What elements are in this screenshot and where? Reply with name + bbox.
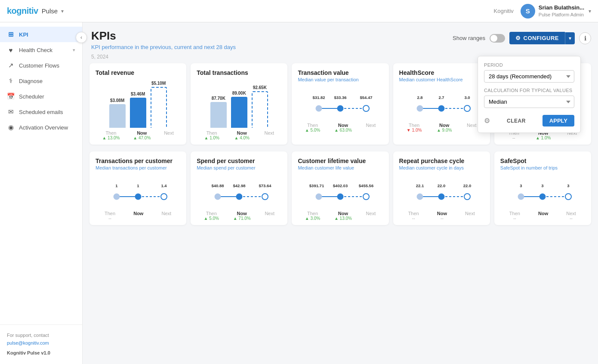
- svg-text:$391.71: $391.71: [309, 183, 324, 188]
- dot-chart-spc: $40.88 $42.98 $73.64: [205, 181, 274, 207]
- logo: kognitiv Pulse ▾: [7, 6, 64, 16]
- sidebar-item-scheduled-emails[interactable]: ✉ Scheduled emails: [0, 104, 82, 120]
- svg-point-47: [464, 194, 470, 200]
- flow-icon: ↗: [7, 62, 15, 69]
- svg-text:3: 3: [567, 183, 570, 188]
- svg-point-37: [316, 194, 322, 200]
- calc-label: Calculation for typical values: [484, 88, 574, 93]
- dot-chart-transaction-value: $31.82 $33.36 $54.47: [306, 93, 375, 119]
- svg-point-31: [262, 194, 268, 200]
- svg-point-14: [438, 105, 444, 111]
- topbar: kognitiv Pulse ▾ Kognitiv S Srian Bulath…: [0, 0, 598, 22]
- card-subtitle: Median spend per customer: [197, 165, 281, 170]
- svg-text:1.4: 1.4: [161, 183, 167, 188]
- svg-point-53: [518, 194, 524, 200]
- svg-point-15: [464, 105, 470, 111]
- support-email[interactable]: pulse@kognitiv.com: [7, 340, 49, 345]
- sidebar-item-health-check[interactable]: ♥ Health Check ▾: [0, 42, 82, 58]
- kognitiv-label: Kognitiv: [494, 8, 514, 14]
- svg-point-55: [565, 194, 571, 200]
- kpi-card-transactions-per-customer: Transactions per customer Median transac…: [89, 151, 186, 225]
- card-subtitle: Median value per transaction: [298, 77, 382, 82]
- svg-text:$31.82: $31.82: [312, 95, 325, 100]
- svg-point-7: [363, 105, 369, 111]
- svg-point-13: [417, 105, 423, 111]
- show-ranges-toggle[interactable]: [490, 34, 505, 43]
- kpi-card-clv: Customer lifetime value Median customer …: [292, 151, 388, 225]
- product-label: Pulse: [42, 7, 58, 15]
- card-subtitle: Median customer HealthScore: [399, 77, 484, 82]
- version-label: Kognitiv Pulse v1.0: [7, 349, 75, 357]
- sidebar-item-label-scheduled-emails: Scheduled emails: [19, 109, 63, 115]
- sidebar-item-label-kpi: KPI: [19, 31, 28, 38]
- configure-dropdown-button[interactable]: ▾: [565, 32, 575, 44]
- svg-text:3.0: 3.0: [465, 95, 470, 100]
- calendar-icon: 📅: [7, 93, 15, 100]
- card-title: Transaction value: [298, 69, 382, 76]
- kpi-card-total-transactions: Total transactions 87.70K 89.00K 92.65K: [191, 63, 287, 145]
- dot-chart-healthscore: 2.8 2.7 3.0: [407, 93, 476, 119]
- card-title: Total revenue: [96, 69, 180, 76]
- diagnose-icon: ⚕: [7, 77, 15, 85]
- sidebar-item-label-customer-flows: Customer Flows: [19, 62, 59, 69]
- expand-icon: ▾: [73, 47, 75, 53]
- settings-icon[interactable]: ⚙: [484, 117, 490, 125]
- svg-point-39: [363, 194, 369, 200]
- user-name: Srian Bulathsin...: [539, 4, 584, 12]
- svg-point-46: [438, 194, 444, 200]
- dot-chart-rpc: 22.1 22.0 22.0: [407, 181, 476, 207]
- configure-button[interactable]: ⚙ CONFIGURE: [509, 32, 565, 44]
- svg-point-54: [539, 194, 546, 200]
- dot-chart-safespot: 3 3 3: [508, 181, 577, 207]
- svg-point-38: [337, 194, 343, 200]
- svg-text:22.0: 22.0: [463, 183, 472, 188]
- kpi-card-spend-per-customer: Spend per customer Median spend per cust…: [191, 151, 287, 225]
- panel-actions: ⚙ CLEAR APPLY: [484, 115, 574, 126]
- gear-icon: ⚙: [515, 35, 521, 41]
- user-chevron-icon[interactable]: ▾: [589, 8, 591, 14]
- content-area: KPIs KPI performance in the previous, cu…: [83, 22, 598, 364]
- activation-icon: ◉: [7, 123, 15, 131]
- clear-button[interactable]: CLEAR: [507, 118, 526, 124]
- logo-text: kognitiv: [7, 6, 38, 16]
- sidebar-item-kpi[interactable]: ⊞ KPI: [0, 27, 82, 42]
- info-button[interactable]: ℹ: [579, 32, 591, 44]
- period-select[interactable]: 28 days (Recommended) 7 days 14 days 90 …: [484, 70, 574, 83]
- sidebar: ⊞ KPI ♥ Health Check ▾ ↗ Customer Flows …: [0, 22, 83, 364]
- kpi-card-safespot: SafeSpot SafeSpot in number of trips 3 3…: [494, 151, 591, 225]
- svg-point-21: [114, 194, 120, 200]
- svg-text:$42.98: $42.98: [233, 183, 245, 188]
- product-chevron-icon[interactable]: ▾: [61, 8, 64, 14]
- user-role: Pulse Platform Admin: [539, 12, 584, 18]
- heart-icon: ♥: [7, 46, 15, 54]
- sidebar-item-diagnose[interactable]: ⚕ Diagnose: [0, 73, 82, 89]
- svg-text:$40.88: $40.88: [211, 183, 224, 188]
- sidebar-item-label-diagnose: Diagnose: [19, 78, 43, 84]
- sidebar-item-label-health-check: Health Check: [19, 47, 52, 53]
- svg-text:$402.03: $402.03: [333, 183, 348, 188]
- kpi-card-total-revenue: Total revenue $3.08M $3.46M $5.10M: [89, 63, 186, 145]
- sidebar-item-label-scheduler: Scheduler: [19, 93, 44, 100]
- card-title: Spend per customer: [197, 157, 281, 164]
- sidebar-collapse-button[interactable]: ‹: [76, 32, 87, 43]
- apply-button[interactable]: APPLY: [543, 115, 574, 126]
- user-block: S Srian Bulathsin... Pulse Platform Admi…: [521, 4, 591, 19]
- sidebar-item-customer-flows[interactable]: ↗ Customer Flows: [0, 58, 82, 73]
- svg-text:2.8: 2.8: [417, 95, 423, 100]
- user-info: Srian Bulathsin... Pulse Platform Admin: [539, 4, 584, 18]
- sidebar-footer: For support, contact pulse@kognitiv.com …: [0, 324, 82, 364]
- card-subtitle: Median transactions per customer: [96, 165, 180, 170]
- card-title: Total transactions: [197, 69, 281, 76]
- sidebar-item-activation-overview[interactable]: ◉ Activation Overview: [0, 120, 82, 135]
- svg-text:$33.36: $33.36: [334, 95, 346, 100]
- avatar: S: [521, 4, 535, 19]
- sidebar-item-label-activation-overview: Activation Overview: [19, 124, 68, 131]
- svg-text:$54.47: $54.47: [360, 95, 372, 100]
- calc-select[interactable]: Median Mean: [484, 96, 574, 108]
- configure-panel: Period 28 days (Recommended) 7 days 14 d…: [478, 56, 581, 133]
- svg-text:2.7: 2.7: [439, 95, 444, 100]
- sidebar-item-scheduler[interactable]: 📅 Scheduler: [0, 89, 82, 104]
- svg-point-30: [236, 194, 242, 200]
- card-subtitle: SafeSpot in number of trips: [500, 165, 585, 170]
- dot-chart-tpc: 1 1 1.4: [104, 181, 173, 207]
